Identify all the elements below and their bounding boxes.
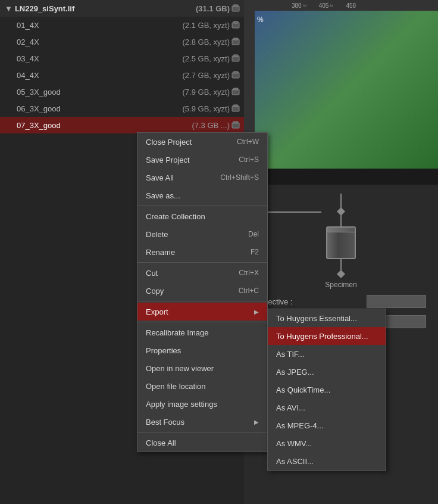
menu-label-save-as: Save as... — [146, 191, 180, 200]
submenu-label-as-tif: As TIF... — [276, 350, 304, 359]
file-tree: ▼ LN229_siSynt.lif (31.1 GB) 01_4X (2.1 … — [0, 0, 244, 133]
menu-save-project[interactable]: Save Project Ctrl+S — [137, 151, 267, 169]
menu-properties[interactable]: Properties — [137, 341, 267, 359]
menu-save-all[interactable]: Save All Ctrl+Shift+S — [137, 169, 267, 186]
submenu-label-as-jpeg: As JPEG... — [276, 368, 314, 377]
menu-label-close-project: Close Project — [146, 138, 192, 147]
item-size-04: (2.7 GB, xyzt) — [180, 71, 230, 80]
root-filesize: (31.1 GB) — [196, 4, 230, 13]
submenu-as-mpeg4[interactable]: As MPEG-4... — [268, 416, 386, 434]
svg-rect-15 — [233, 122, 238, 123]
tree-item-06[interactable]: 06_3X_good (5.9 GB, xyzt) — [0, 100, 244, 117]
menu-cut[interactable]: Cut Ctrl+X — [137, 264, 267, 282]
menu-label-recalibrate: Recalibrate Image — [146, 328, 209, 337]
specimen-label: Specimen — [325, 281, 356, 289]
item-name-06: 06_3X_good — [17, 104, 178, 113]
canvas-area[interactable]: % — [255, 11, 438, 169]
item-size-02: (2.8 GB, xyzt) — [180, 38, 230, 46]
menu-separator-5 — [137, 432, 267, 433]
h-connector-left — [262, 211, 321, 213]
item-name-05: 05_3X_good — [17, 88, 178, 97]
scope-area: Specimen — [244, 185, 438, 289]
tree-item-03[interactable]: 03_4X (2.5 GB, xyzt) — [0, 50, 244, 67]
menu-label-save-all: Save All — [146, 173, 174, 182]
menu-separator-1 — [137, 206, 267, 206]
menu-open-new-viewer[interactable]: Open in new viewer — [137, 359, 267, 377]
ruler-mark-380: 380 ⋗ — [292, 2, 307, 9]
svg-rect-3 — [233, 21, 238, 23]
menu-separator-3 — [137, 301, 267, 301]
menu-label-apply-image-settings: Apply image settings — [146, 400, 217, 409]
svg-rect-9 — [233, 71, 238, 73]
objective-input[interactable] — [367, 295, 426, 308]
item-icon-03 — [230, 52, 242, 64]
root-icon — [230, 2, 242, 14]
submenu-to-huygens-professional[interactable]: To Huygens Professional... — [268, 327, 386, 345]
svg-rect-13 — [233, 105, 238, 107]
menu-label-close-all: Close All — [146, 438, 176, 447]
submenu-as-tif[interactable]: As TIF... — [268, 345, 386, 363]
menu-label-delete: Delete — [146, 230, 168, 239]
submenu-as-avi[interactable]: As AVI... — [268, 399, 386, 416]
menu-create-collection[interactable]: Create Collection — [137, 207, 267, 225]
menu-label-export: Export — [146, 307, 168, 316]
menu-close-all[interactable]: Close All — [137, 434, 267, 452]
tree-item-02[interactable]: 02_4X (2.8 GB, xyzt) — [0, 33, 244, 50]
context-menu: Close Project Ctrl+W Save Project Ctrl+S… — [137, 132, 268, 452]
submenu-as-jpeg[interactable]: As JPEG... — [268, 363, 386, 381]
menu-shortcut-save-all: Ctrl+Shift+S — [220, 173, 259, 182]
svg-rect-5 — [233, 38, 238, 40]
menu-delete[interactable]: Delete Del — [137, 225, 267, 243]
menu-open-file-location[interactable]: Open file location — [137, 377, 267, 395]
objective-row: Objective : — [256, 295, 426, 308]
right-panel: 380 ⋗ 405 ⋗ 458 % — [244, 0, 438, 185]
menu-recalibrate[interactable]: Recalibrate Image — [137, 323, 267, 341]
scope-diamond-top — [337, 207, 345, 216]
menu-separator-2 — [137, 262, 267, 263]
export-submenu-arrow: ▶ — [254, 309, 259, 315]
submenu-to-huygens-essential[interactable]: To Huygens Essential... — [268, 309, 386, 327]
item-name-01: 01_4X — [17, 21, 178, 30]
percent-label: % — [257, 15, 264, 24]
menu-apply-image-settings[interactable]: Apply image settings — [137, 395, 267, 413]
ruler-mark-405: 405 ⋗ — [319, 2, 334, 9]
menu-label-rename: Rename — [146, 248, 175, 257]
ruler-mark-458: 458 — [346, 2, 356, 9]
submenu-as-ascii[interactable]: As ASCII... — [268, 452, 386, 470]
tree-item-05[interactable]: 05_3X_good (7.9 GB, xyzt) — [0, 83, 244, 100]
tree-item-root[interactable]: ▼ LN229_siSynt.lif (31.1 GB) — [0, 0, 244, 17]
menu-label-cut: Cut — [146, 269, 158, 278]
item-icon-06 — [230, 102, 242, 114]
item-icon-02 — [230, 36, 242, 48]
submenu-as-quicktime[interactable]: As QuickTime... — [268, 381, 386, 399]
submenu-label-as-ascii: As ASCII... — [276, 457, 314, 466]
menu-best-focus[interactable]: Best Focus ▶ — [137, 413, 267, 431]
tree-item-07[interactable]: 07_3X_good (7.3 GB ...) — [0, 117, 244, 133]
menu-close-project[interactable]: Close Project Ctrl+W — [137, 133, 267, 151]
menu-label-best-focus: Best Focus — [146, 418, 184, 427]
svg-rect-1 — [233, 5, 238, 7]
item-size-05: (7.9 GB, xyzt) — [180, 88, 230, 97]
tree-item-01[interactable]: 01_4X (2.1 GB, xyzt) — [0, 17, 244, 33]
menu-label-create-collection: Create Collection — [146, 212, 205, 221]
submenu-as-wmv[interactable]: As WMV... — [268, 434, 386, 452]
submenu-label-as-mpeg4: As MPEG-4... — [276, 421, 323, 430]
tree-item-04[interactable]: 04_4X (2.7 GB, xyzt) — [0, 67, 244, 83]
root-filename: LN229_siSynt.lif — [15, 4, 193, 13]
menu-shortcut-delete: Del — [248, 230, 259, 238]
item-name-04: 04_4X — [17, 71, 178, 80]
menu-copy[interactable]: Copy Ctrl+C — [137, 282, 267, 300]
menu-export[interactable]: Export ▶ — [137, 303, 267, 321]
menu-shortcut-save-project: Ctrl+S — [239, 155, 259, 164]
item-icon-07 — [230, 119, 242, 131]
menu-shortcut-rename: F2 — [251, 248, 259, 256]
menu-save-as[interactable]: Save as... — [137, 186, 267, 204]
menu-shortcut-copy: Ctrl+C — [239, 287, 259, 295]
svg-rect-7 — [233, 55, 238, 57]
submenu-label-as-quicktime: As QuickTime... — [276, 385, 330, 394]
export-submenu: To Huygens Essential... To Huygens Profe… — [267, 309, 386, 471]
submenu-label-as-wmv: As WMV... — [276, 439, 312, 448]
menu-label-save-project: Save Project — [146, 155, 190, 164]
item-name-02: 02_4X — [17, 38, 178, 46]
menu-rename[interactable]: Rename F2 — [137, 243, 267, 261]
